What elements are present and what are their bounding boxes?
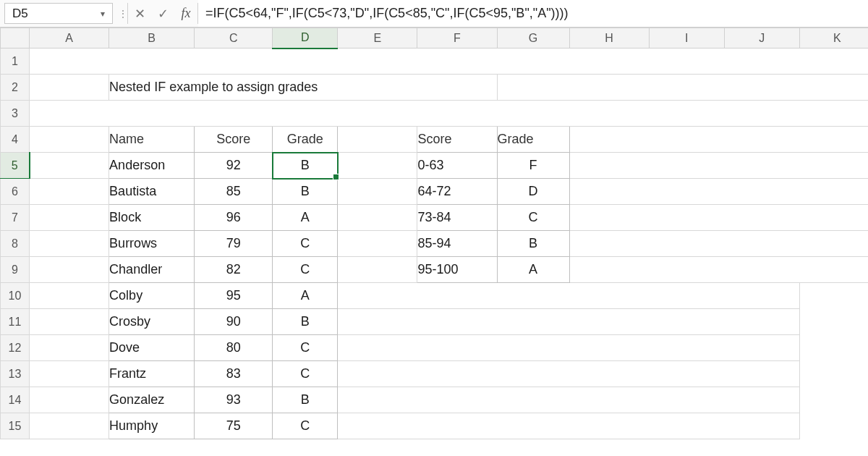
key-header-score[interactable]: Score xyxy=(417,127,497,153)
cell[interactable] xyxy=(30,413,109,439)
cell[interactable] xyxy=(30,75,109,101)
cell[interactable] xyxy=(30,231,109,257)
fx-icon[interactable]: fx xyxy=(174,0,197,27)
row-header[interactable]: 3 xyxy=(1,101,30,127)
table-row[interactable]: Block xyxy=(109,205,195,231)
cell[interactable] xyxy=(338,361,799,387)
col-header[interactable]: I xyxy=(649,28,724,48)
row-header[interactable]: 8 xyxy=(1,231,30,257)
row-header[interactable]: 6 xyxy=(1,179,30,205)
table-row[interactable]: 85-94 xyxy=(417,231,497,257)
cell[interactable] xyxy=(30,179,109,205)
cell[interactable] xyxy=(338,257,417,283)
col-header[interactable]: J xyxy=(724,28,799,48)
cell[interactable] xyxy=(30,257,109,283)
grades-header-grade[interactable]: Grade xyxy=(273,127,338,153)
row-header[interactable]: 14 xyxy=(1,387,30,413)
resize-handle-icon[interactable]: ⋮ xyxy=(117,0,127,27)
selected-cell[interactable]: B xyxy=(273,153,338,179)
cell[interactable] xyxy=(338,205,417,231)
table-row[interactable]: Crosby xyxy=(109,309,195,335)
table-row[interactable]: Burrows xyxy=(109,231,195,257)
grades-header-name[interactable]: Name xyxy=(109,127,195,153)
table-row[interactable]: B xyxy=(273,179,338,205)
col-header[interactable]: G xyxy=(497,28,569,48)
spreadsheet-grid[interactable]: A B C D E F G H I J K 1 2 Nested IF exam… xyxy=(0,28,868,439)
table-row[interactable]: 75 xyxy=(195,413,273,439)
cell[interactable] xyxy=(30,153,109,179)
cell[interactable] xyxy=(338,309,799,335)
row-header[interactable]: 11 xyxy=(1,309,30,335)
table-row[interactable]: 79 xyxy=(195,231,273,257)
table-row[interactable]: C xyxy=(497,205,569,231)
cell[interactable] xyxy=(338,231,417,257)
chevron-down-icon[interactable]: ▾ xyxy=(101,9,105,19)
cell[interactable] xyxy=(30,48,868,75)
cell[interactable] xyxy=(338,387,799,413)
table-row[interactable]: 0-63 xyxy=(417,153,497,179)
row-header[interactable]: 12 xyxy=(1,335,30,361)
table-row[interactable]: C xyxy=(273,257,338,283)
cell[interactable] xyxy=(338,413,799,439)
table-row[interactable]: C xyxy=(273,231,338,257)
row-header[interactable]: 10 xyxy=(1,283,30,309)
cell[interactable] xyxy=(497,75,868,101)
row-header[interactable]: 15 xyxy=(1,413,30,439)
table-row[interactable]: Bautista xyxy=(109,179,195,205)
key-header-grade[interactable]: Grade xyxy=(497,127,569,153)
table-row[interactable]: 95-100 xyxy=(417,257,497,283)
table-row[interactable]: F xyxy=(497,153,569,179)
row-header[interactable]: 13 xyxy=(1,361,30,387)
table-row[interactable]: B xyxy=(273,309,338,335)
table-row[interactable]: 73-84 xyxy=(417,205,497,231)
table-row[interactable]: B xyxy=(273,387,338,413)
table-row[interactable]: 96 xyxy=(195,205,273,231)
table-row[interactable]: Gonzalez xyxy=(109,387,195,413)
cell[interactable] xyxy=(569,231,868,257)
row-header[interactable]: 9 xyxy=(1,257,30,283)
table-row[interactable]: 83 xyxy=(195,361,273,387)
table-row[interactable]: 80 xyxy=(195,335,273,361)
table-row[interactable]: A xyxy=(273,283,338,309)
table-row[interactable]: 92 xyxy=(195,153,273,179)
col-header[interactable]: D xyxy=(273,28,338,48)
col-header[interactable]: E xyxy=(338,28,417,48)
table-row[interactable]: C xyxy=(273,335,338,361)
col-header[interactable]: F xyxy=(417,28,497,48)
col-header[interactable]: B xyxy=(109,28,195,48)
table-row[interactable]: 64-72 xyxy=(417,179,497,205)
select-all-corner[interactable] xyxy=(1,28,30,48)
col-header[interactable]: K xyxy=(799,28,868,48)
cell[interactable] xyxy=(30,361,109,387)
cell[interactable] xyxy=(30,205,109,231)
cell[interactable] xyxy=(569,179,868,205)
table-row[interactable]: Anderson xyxy=(109,153,195,179)
cell[interactable] xyxy=(338,127,417,153)
cancel-icon[interactable]: ✕ xyxy=(128,0,151,27)
row-header[interactable]: 2 xyxy=(1,75,30,101)
col-header[interactable]: H xyxy=(569,28,649,48)
row-header[interactable]: 7 xyxy=(1,205,30,231)
cell[interactable] xyxy=(338,179,417,205)
cell[interactable] xyxy=(338,335,799,361)
table-row[interactable]: 82 xyxy=(195,257,273,283)
table-row[interactable]: A xyxy=(273,205,338,231)
cell[interactable] xyxy=(569,257,868,283)
grades-header-score[interactable]: Score xyxy=(195,127,273,153)
table-row[interactable]: 95 xyxy=(195,283,273,309)
table-row[interactable]: C xyxy=(273,361,338,387)
table-row[interactable]: 90 xyxy=(195,309,273,335)
cell[interactable] xyxy=(30,127,109,153)
cell[interactable] xyxy=(338,283,799,309)
table-row[interactable]: Humphy xyxy=(109,413,195,439)
table-row[interactable]: 93 xyxy=(195,387,273,413)
table-row[interactable]: Dove xyxy=(109,335,195,361)
cell[interactable] xyxy=(30,335,109,361)
col-header[interactable]: C xyxy=(195,28,273,48)
name-box[interactable]: D5 ▾ xyxy=(4,3,113,24)
table-row[interactable]: C xyxy=(273,413,338,439)
table-row[interactable]: D xyxy=(497,179,569,205)
cell[interactable] xyxy=(30,309,109,335)
row-header[interactable]: 5 xyxy=(1,153,30,179)
enter-icon[interactable]: ✓ xyxy=(151,0,174,27)
